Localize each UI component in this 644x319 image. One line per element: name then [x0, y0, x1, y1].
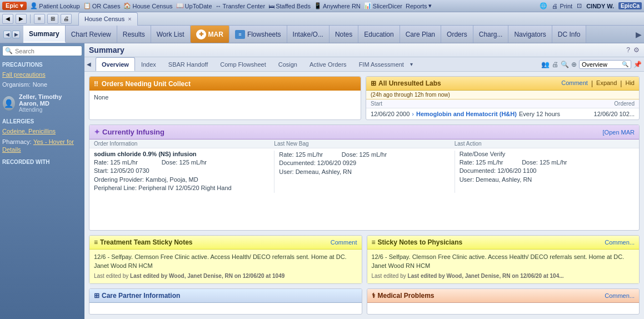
labs-pipe: |	[591, 79, 593, 87]
card-care-partner: ⊞ Care Partner Information	[89, 288, 362, 315]
infusing-title: ✦ Currently Infusing	[94, 128, 164, 136]
medical-icon: ⚕	[372, 292, 376, 300]
search-box[interactable]: 🔍	[2, 46, 82, 56]
user-name: CINDY W.	[586, 3, 614, 9]
tab-forward-button[interactable]: ▶	[12, 31, 20, 38]
nav-slicerdicer[interactable]: 📊 SlicerDicer	[364, 2, 402, 9]
tab-chart-review[interactable]: Chart Review	[66, 26, 117, 43]
nav-anywhere-rn[interactable]: 📱 Anywhere RN	[314, 2, 361, 9]
user-group-icon: 👥	[541, 61, 550, 68]
tab-dc-info[interactable]: DC Info	[552, 26, 587, 43]
toolbar-btn-1[interactable]: ≡	[34, 14, 45, 24]
open-mar-link[interactable]: [Open MAR	[603, 129, 635, 136]
globe-icon: 🌐	[540, 2, 547, 9]
forward-button[interactable]: ▶	[16, 14, 27, 24]
tab-back-button[interactable]: ◀	[3, 31, 11, 38]
tab-more[interactable]: ▶	[636, 26, 644, 43]
sub-nav-back[interactable]: ◀	[87, 61, 96, 67]
tab-mar[interactable]: ✚ MAR	[191, 26, 229, 43]
epic-logo[interactable]: Epic ▾	[2, 2, 27, 10]
patient-tab-label: House Census	[84, 16, 124, 22]
tab-education[interactable]: Education	[358, 26, 400, 43]
patient-tab[interactable]: House Census ×	[78, 12, 138, 26]
print-icon[interactable]: 🖨 Print	[552, 3, 572, 9]
tab-notes[interactable]: Notes	[330, 26, 358, 43]
view-search-input[interactable]	[582, 61, 621, 68]
sub-tab-index[interactable]: Index	[135, 57, 162, 71]
summary-actions: ? ⚙	[626, 46, 640, 54]
help-icon[interactable]: ?	[626, 46, 630, 54]
row-3: ≡ Treatment Team Sticky Notes Comment 12…	[89, 235, 640, 284]
labs-hide-link[interactable]: Hid	[625, 79, 635, 87]
infusing-action-label: Rate/Dose Verify	[460, 151, 635, 157]
tab-orders[interactable]: Orders	[441, 26, 473, 43]
expand-icon[interactable]: ⊡	[577, 2, 582, 9]
sub-tab-right: 👥 🖨 🔍 ⊕ 🔍 📌	[541, 60, 642, 69]
tab-charg[interactable]: Charg...	[473, 26, 509, 43]
fim-dropdown-icon[interactable]: ▾	[410, 61, 413, 67]
close-icon[interactable]: ×	[128, 16, 131, 22]
top-bar: Epic ▾ 👤 Patient Lookup 📋 OR Cases 🏠 Hou…	[0, 0, 644, 12]
infusing-col2: Rate: 125 mL/hr Dose: 125 mL/hr Document…	[274, 151, 454, 193]
sub-tab-comp-flowsheet[interactable]: Comp Flowsheet	[214, 57, 272, 71]
nav-house-census[interactable]: 🏠 House Census	[123, 2, 172, 9]
labs-comment-link[interactable]: Comment	[561, 79, 588, 87]
sub-tab-cosign[interactable]: Cosign	[272, 57, 303, 71]
bed-icon: 🛏	[268, 3, 274, 9]
sticky-icon-2: ≡	[372, 238, 376, 246]
care-partner-title: ⊞ Care Partner Information	[94, 292, 180, 300]
infusing-col3: Rate/Dose Verify Rate: 125 mL/hr Dose: 1…	[455, 151, 635, 193]
tab-navigators[interactable]: Navigators	[508, 26, 552, 43]
nav-reports[interactable]: Reports ▾	[406, 2, 432, 9]
sub-tab-active-orders[interactable]: Active Orders	[303, 57, 353, 71]
tab-care-plan[interactable]: Care Plan	[400, 26, 441, 43]
tab-results[interactable]: Results	[117, 26, 151, 43]
medical-comment-link[interactable]: Commen...	[605, 292, 635, 299]
physicians-sticky-comment[interactable]: Commen...	[605, 239, 635, 246]
tab-work-list[interactable]: Work List	[151, 26, 191, 43]
medical-problems-title: ⚕ Medical Problems	[372, 292, 435, 300]
transfer-icon: ↔	[216, 3, 222, 9]
search-go-icon[interactable]: 🔍	[622, 61, 628, 67]
zoom-icon[interactable]: 🔍	[561, 61, 569, 68]
labs-col-ordered: Ordered	[614, 101, 635, 107]
tab-flowsheets[interactable]: ≡ Flowsheets	[229, 26, 287, 43]
print-icon-sub[interactable]: 🖨	[552, 61, 558, 68]
labs-test-link[interactable]: Hemoglobin and Hematocrit (H&H)	[416, 111, 517, 117]
nav-patient-lookup[interactable]: 👤 Patient Lookup	[30, 2, 79, 9]
card-medical-problems: ⚕ Medical Problems Commen...	[367, 288, 640, 315]
toolbar-btn-2[interactable]: ⊞	[47, 14, 58, 24]
organism-row: Organism: None	[2, 81, 82, 88]
nav-staffed-beds[interactable]: 🛏 Staffed Beds	[268, 3, 311, 9]
labs-col-test	[437, 101, 614, 107]
sub-tab-sbar[interactable]: SBAR Handoff	[162, 57, 214, 71]
nav-transfer-center[interactable]: ↔ Transfer Center	[216, 3, 266, 9]
toolbar-btn-3[interactable]: 🖨	[61, 14, 72, 24]
sub-tab-overview[interactable]: Overview	[96, 57, 135, 71]
care-icon: ⊞	[94, 292, 99, 300]
pin-icon[interactable]: 📌	[633, 61, 642, 68]
sub-tab-fim[interactable]: FIM Assessment	[353, 57, 410, 71]
infusing-col2-user: User: Demeau, Ashley, RN	[279, 168, 447, 176]
treatment-sticky-comment[interactable]: Comment	[331, 239, 357, 246]
orders-unit-collect-body: None	[89, 91, 361, 104]
tab-intake[interactable]: Intake/O...	[287, 26, 330, 43]
infusing-data: sodium chloride 0.9% (NS) infusion Rate:…	[89, 148, 639, 195]
book-icon: 📖	[176, 2, 184, 9]
provider-row: 👤 Zeller, Timothy Aaron, MD Attending	[2, 93, 82, 113]
settings-icon[interactable]: ⚙	[633, 46, 640, 54]
chart-icon: 📊	[364, 2, 372, 9]
zoom-in-icon[interactable]: ⊕	[571, 61, 577, 68]
back-button[interactable]: ◀	[2, 14, 13, 24]
search-input[interactable]	[15, 48, 79, 54]
nav-or-cases[interactable]: 📋 OR Cases	[83, 2, 121, 9]
view-search[interactable]: 🔍	[579, 60, 631, 69]
labs-links: Comment | Expand | Hid	[561, 79, 635, 87]
labs-expand-link[interactable]: Expand	[596, 79, 617, 87]
tab-summary[interactable]: Summary	[23, 26, 66, 43]
physicians-sticky-body: 12/6 - Selfpay. Clemson Free Clinic acti…	[367, 250, 640, 283]
allergies-value[interactable]: Codeine, Penicillins	[2, 128, 82, 134]
fall-precautions[interactable]: Fall precautions	[2, 71, 82, 78]
card-all-unresulted-labs: ⊞ All Unresulted Labs Comment | Expand |…	[366, 76, 640, 120]
nav-uptodate[interactable]: 📖 UpToDate	[176, 2, 212, 9]
